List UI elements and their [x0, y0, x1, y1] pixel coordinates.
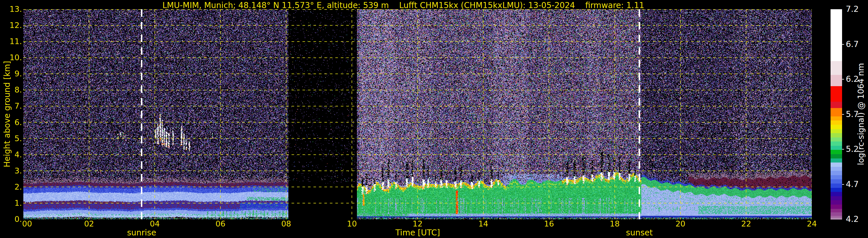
y-tick-label: 7.	[0, 102, 22, 110]
colorbar-segment	[831, 120, 842, 125]
x-tick-label: 02	[84, 219, 94, 228]
y-tick-label: 13.	[0, 5, 22, 13]
x-tick-label: 22	[741, 219, 751, 228]
colorbar-segment	[831, 9, 842, 61]
x-axis-label: Time [UTC]	[396, 228, 440, 237]
colorbar-segment	[831, 188, 842, 192]
colorbar-segment	[831, 75, 842, 86]
colorbar-segment	[831, 209, 842, 213]
colorbar-tickmark	[842, 149, 844, 150]
colorbar-segment	[831, 102, 842, 108]
colorbar-segment	[831, 116, 842, 121]
colorbar-label: log(rc-signal) @ 1064 nm	[856, 63, 866, 166]
colorbar-segment	[831, 108, 842, 117]
colorbar-segment	[831, 183, 842, 188]
colorbar-segment	[831, 133, 842, 138]
colorbar-segment	[831, 158, 842, 163]
y-tick-label: 4.	[0, 150, 22, 159]
colorbar-segment	[831, 167, 842, 171]
sunrise-annotation: sunrise	[127, 228, 156, 237]
y-tick-label: 2.	[0, 183, 22, 191]
x-tick-label: 24	[807, 219, 817, 228]
colorbar-segment	[831, 218, 842, 219]
colorbar-segment	[831, 212, 842, 216]
colorbar-segment	[831, 138, 842, 142]
y-tick-label: 9.	[0, 69, 22, 78]
ceilometer-quicklook-figure: LMU-MIM, Munich; 48.148° N 11.573° E, al…	[0, 0, 868, 238]
colorbar-segment	[831, 146, 842, 150]
y-tick-label: 0.	[0, 215, 22, 224]
colorbar-segment	[831, 196, 842, 201]
y-tick-label: 10.	[0, 53, 22, 62]
sunset-annotation: sunset	[626, 228, 653, 237]
gridlines-overlay-canvas	[23, 9, 812, 219]
colorbar-tick-label: 7.2	[846, 5, 859, 13]
colorbar-segment	[831, 171, 842, 175]
y-tick-label: 3.	[0, 167, 22, 175]
x-tick-label: 10	[347, 219, 356, 228]
colorbar-tickmark	[842, 79, 844, 80]
colorbar-segment	[831, 154, 842, 158]
colorbar-segment	[831, 142, 842, 146]
colorbar-segment	[831, 205, 842, 209]
x-tick-label: 12	[412, 219, 422, 228]
colorbar-segment	[831, 179, 842, 183]
x-tick-label: 04	[150, 219, 160, 228]
y-tick-label: 11.	[0, 37, 22, 46]
colorbar-segment	[831, 175, 842, 179]
x-tick-label: 08	[281, 219, 291, 228]
x-tick-label: 20	[676, 219, 685, 228]
colorbar-tickmark	[842, 114, 844, 115]
colorbar-segment	[831, 150, 842, 154]
x-tick-label: 06	[216, 219, 225, 228]
y-tick-label: 8.	[0, 86, 22, 94]
y-tick-label: 12.	[0, 21, 22, 30]
y-tick-label: 6.	[0, 118, 22, 127]
colorbar-segment	[831, 125, 842, 129]
colorbar-segment	[831, 200, 842, 205]
y-tick-label: 5.	[0, 134, 22, 143]
y-tick-label: 1.	[0, 199, 22, 207]
colorbar-tick-label: 6.7	[846, 40, 859, 49]
x-tick-label: 18	[610, 219, 620, 228]
colorbar-segment	[831, 86, 842, 102]
colorbar-segment	[831, 162, 842, 167]
x-tick-label: 00	[22, 219, 32, 228]
colorbar-tick-label: 4.7	[846, 180, 859, 189]
x-tick-label: 16	[544, 219, 554, 228]
colorbar	[831, 9, 842, 219]
colorbar-tickmark	[842, 184, 844, 185]
colorbar-segment	[831, 192, 842, 196]
colorbar-tick-label: 4.2	[846, 215, 859, 224]
page-title: LMU-MIM, Munich; 48.148° N 11.573° E, al…	[162, 1, 645, 10]
colorbar-segment	[831, 61, 842, 75]
colorbar-tickmark	[842, 44, 844, 44]
x-tick-label: 14	[478, 219, 488, 228]
colorbar-segment	[831, 129, 842, 133]
